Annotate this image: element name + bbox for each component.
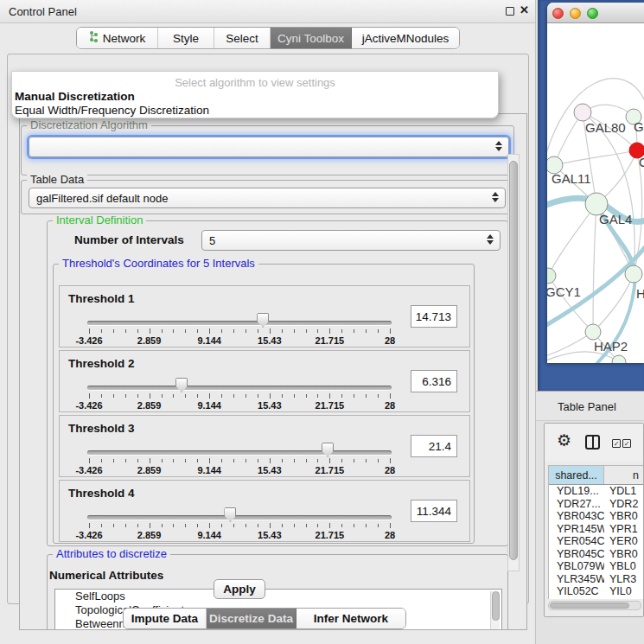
table-cell: YBL079W (549, 560, 604, 573)
checkbox-icon[interactable] (622, 439, 631, 448)
tab-infer-network[interactable]: Infer Network (296, 609, 405, 628)
network-node-hap2[interactable] (585, 324, 601, 340)
apply-button[interactable]: Apply (214, 579, 265, 599)
cyni-toolbox-panel: Discretization Algorithm Table Data galF… (7, 54, 529, 604)
table-data-select[interactable]: galFiltered.sif default node (29, 188, 506, 208)
slider-track[interactable] (87, 450, 392, 455)
table-cell: YLR345W (549, 573, 604, 586)
slider-tick (354, 394, 354, 398)
network-canvas[interactable]: GAL80GACGAL11GAL4GCY1HHAP2 (547, 23, 644, 363)
tab-discretize-data[interactable]: Discretize Data (207, 609, 296, 628)
gear-icon[interactable]: ⚙ (557, 430, 571, 450)
slider-tick (341, 394, 342, 398)
tab-label: Impute Data (131, 612, 198, 625)
tab-style[interactable]: Style (158, 28, 214, 48)
threshold-value-field[interactable]: 6.316 (411, 370, 457, 392)
table-row[interactable]: YDR27...YDR2 (549, 498, 644, 511)
table-cell: YPR145W (549, 523, 604, 536)
algorithm-select[interactable] (29, 137, 509, 157)
slider-thumb[interactable] (175, 378, 188, 392)
slider-tick (125, 329, 126, 333)
slider-tick (173, 394, 174, 398)
slider-tick-label: 2.859 (124, 335, 175, 346)
table-row[interactable]: YBL079WYBL0 (549, 560, 644, 573)
settings-scrollpane: Discretization Algorithm Table Data galF… (19, 113, 527, 630)
column-header-n[interactable]: n (604, 466, 644, 484)
tab-network[interactable]: Network (77, 28, 158, 48)
scrollbar-thumb[interactable] (550, 603, 629, 609)
slider-tick-label: 9.144 (183, 335, 235, 346)
table-row[interactable]: YBR043CYBR0 (549, 510, 644, 523)
tab-jactivemnodules[interactable]: jActiveMNodules (352, 28, 459, 48)
slider-thumb[interactable] (322, 443, 334, 457)
number-of-intervals-label: Number of Intervals (74, 233, 184, 246)
main-vertical-scrollbar[interactable] (507, 154, 520, 571)
slider-tick-label: 21.715 (303, 335, 355, 346)
table-row[interactable]: YPR145WYPR1 (549, 523, 644, 536)
slider-tick (173, 524, 174, 527)
scrollbar-thumb[interactable] (509, 161, 518, 560)
tab-label: Cyni Toolbox (277, 32, 344, 45)
close-traffic-light-icon[interactable] (552, 8, 564, 19)
tab-cyni-toolbox[interactable]: Cyni Toolbox (271, 28, 352, 48)
table-row[interactable]: YER054CYER0 (549, 535, 644, 548)
float-icon[interactable] (506, 7, 514, 16)
slider-tick-label: 15.43 (244, 465, 296, 475)
algorithm-option-manual-discretization[interactable]: Manual Discretization (15, 90, 135, 103)
slider-track[interactable] (87, 321, 392, 325)
tab-label: Infer Network (314, 612, 388, 625)
table-cell: YBR0 (604, 510, 644, 523)
network-node-gcy1[interactable] (547, 268, 556, 284)
combo-arrows-icon (495, 141, 502, 151)
slider-tick (329, 328, 330, 334)
network-node-h[interactable] (625, 265, 642, 283)
slider-tick (245, 329, 246, 333)
slider-tick (306, 394, 307, 398)
slider-tick (233, 394, 234, 398)
columns-icon[interactable] (585, 435, 600, 450)
zoom-traffic-light-icon[interactable] (587, 8, 598, 19)
slider-tick (341, 459, 342, 462)
tab-label: Select (226, 32, 258, 45)
slider-tick (366, 329, 367, 333)
slider-tick (282, 459, 283, 462)
slider-tick-label: -3.426 (63, 465, 115, 475)
slider-track[interactable] (87, 386, 392, 390)
threshold-value-field[interactable]: 14.713 (411, 305, 457, 328)
threshold-value-field[interactable]: 11.344 (411, 500, 457, 522)
table-horizontal-scrollbar[interactable] (548, 601, 641, 610)
slider-track[interactable] (87, 515, 392, 520)
slider-tick-label: 9.144 (183, 400, 235, 411)
network-node-gal80[interactable] (574, 104, 591, 121)
minimize-traffic-light-icon[interactable] (570, 8, 581, 19)
table-cell: YDL1 (604, 485, 644, 498)
slider-tick (137, 459, 138, 462)
table-row[interactable]: YLR345WYLR3 (549, 573, 644, 586)
table-row[interactable]: YDL19...YDL1 (549, 485, 644, 498)
column-header-shared[interactable]: shared... (549, 466, 604, 484)
slider-tick (282, 329, 283, 333)
threshold-value-field[interactable]: 21.4 (411, 435, 457, 457)
slider-tick (185, 394, 186, 398)
algorithm-option-equal-width-frequency-discretization[interactable]: Equal Width/Frequency Discretization (15, 104, 209, 117)
algorithm-dropdown-popup: Select algorithm to view settings Manual… (11, 71, 499, 118)
slider-thumb[interactable] (224, 507, 236, 522)
slider-tick-label: 28 (364, 530, 416, 540)
slider-tick (329, 458, 330, 463)
apply-row: Apply (12, 577, 519, 603)
close-icon[interactable]: ✕ (520, 3, 529, 16)
slider-tick-label: -3.426 (63, 400, 115, 411)
tab-impute-data[interactable]: Impute Data (124, 609, 207, 628)
slider-thumb[interactable] (257, 313, 269, 328)
tab-select[interactable]: Select (214, 28, 271, 48)
group-title: Interval Definition (53, 214, 146, 226)
checkbox-icon[interactable] (612, 439, 621, 448)
table-row[interactable]: YIL052CYIL0 (549, 585, 644, 598)
network-view-window[interactable]: GAL80GACGAL11GAL4GCY1HHAP2 (547, 3, 644, 363)
slider-tick-label: 15.43 (244, 400, 296, 411)
slider-tick-label: 28 (364, 335, 416, 346)
table-row[interactable]: YBR045CYBR0 (549, 548, 644, 561)
slider-tick (221, 394, 222, 398)
number-of-intervals-select[interactable]: 5 (201, 230, 501, 251)
slider-tick (294, 329, 295, 333)
